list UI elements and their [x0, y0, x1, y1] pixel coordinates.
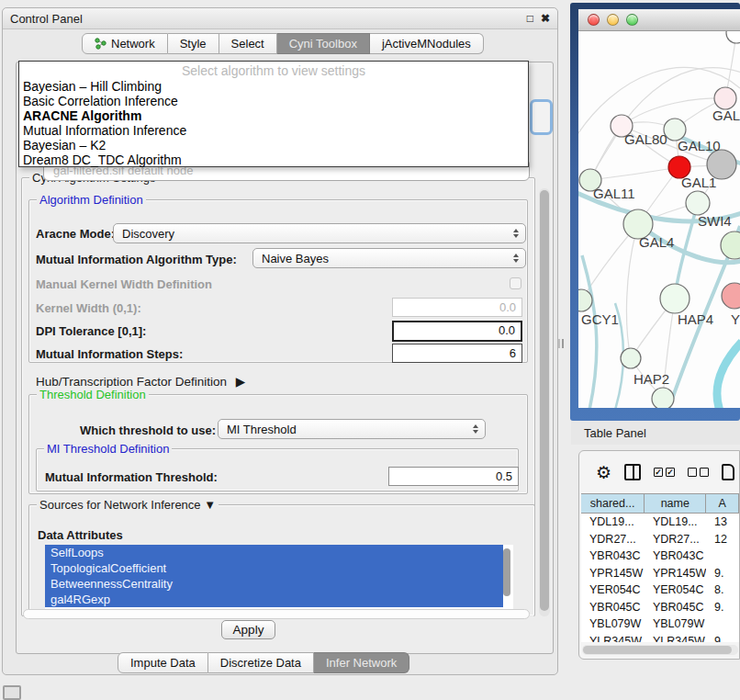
node-unlabeled[interactable]	[726, 31, 740, 43]
algorithm-option[interactable]: Bayesian – K2	[19, 138, 528, 152]
node-label: GAL1	[681, 175, 716, 190]
table-row[interactable]: YBR043CYBR043C	[581, 548, 739, 565]
table-row[interactable]: YPR145WYPR145W9.	[581, 565, 739, 582]
cell: YDL19...	[645, 515, 706, 528]
settings-scrollbar-thumb[interactable]	[540, 190, 549, 611]
cell: 9.	[706, 567, 739, 580]
cell: YPR145W	[581, 567, 645, 580]
tab-network[interactable]: Network	[82, 33, 168, 54]
network-canvas[interactable]: GAL GAL80 GAL10 GAL1 GAL11 SWI4 GAL4 GCY…	[578, 31, 740, 408]
horizontal-scrollbar[interactable]	[23, 609, 530, 619]
mi-threshold-group-title: MI Threshold Definition	[44, 442, 172, 456]
tab-impute-data-label: Impute Data	[130, 656, 196, 670]
network-window-titlebar[interactable]	[578, 9, 740, 31]
cell: YLR345W	[645, 635, 706, 642]
table-row[interactable]: YBL079WYBL079W	[581, 615, 739, 633]
algorithm-option[interactable]: Bayesian – Hill Climbing	[19, 79, 528, 94]
cell: YBL079W	[581, 617, 645, 630]
node-salmon[interactable]	[722, 283, 740, 309]
zoom-traffic-light-icon[interactable]	[626, 14, 638, 26]
tab-style[interactable]: Style	[168, 33, 219, 54]
node-hap4[interactable]	[660, 284, 690, 313]
collapsed-arrow-icon: ▶	[236, 375, 245, 389]
apply-button[interactable]: Apply	[221, 620, 275, 639]
node-hap2[interactable]	[621, 348, 641, 368]
aracne-mode-combo[interactable]: Discovery	[113, 223, 526, 243]
attributes-scrollbar-thumb[interactable]	[503, 548, 510, 596]
table-row[interactable]: YDL19...YDL19...13	[581, 514, 739, 531]
manual-kernel-checkbox[interactable]	[510, 277, 521, 289]
combo-arrows-icon	[473, 424, 478, 434]
control-panel-window: Control Panel □ ✖ Network Style Select C…	[2, 7, 558, 675]
mi-steps-field[interactable]: 6	[392, 344, 522, 363]
panel-title: Control Panel	[10, 12, 83, 26]
tab-select[interactable]: Select	[219, 33, 277, 54]
tab-jactivemnodules[interactable]: jActiveMNodules	[370, 33, 484, 54]
algorithm-option-selected[interactable]: ARACNE Algorithm	[19, 108, 528, 123]
which-threshold-value: MI Threshold	[227, 423, 297, 436]
node-gal-partial[interactable]	[714, 87, 736, 109]
tab-jactivemnodules-label: jActiveMNodules	[382, 37, 471, 51]
float-window-icon[interactable]: □	[527, 13, 533, 24]
tab-cyni-toolbox[interactable]: Cyni Toolbox	[277, 33, 370, 54]
table-horizontal-scrollbar[interactable]	[582, 645, 738, 655]
thick-edge	[717, 342, 740, 408]
settings-scrollbar[interactable]	[539, 188, 550, 616]
column-header-shared-name[interactable]: shared...	[581, 494, 645, 513]
cell: YBR045C	[581, 601, 645, 614]
column-header-clipped[interactable]: A	[706, 494, 739, 513]
sources-group-title[interactable]: Sources for Network Inference ▼	[37, 498, 219, 512]
panel-divider-grip[interactable]	[558, 339, 564, 348]
mi-type-combo[interactable]: Naive Bayes	[252, 248, 526, 268]
cell: YDR27...	[645, 533, 706, 546]
kernel-width-field[interactable]: 0.0	[392, 298, 522, 317]
table-row[interactable]: YLR345WYLR345W9.	[581, 633, 739, 643]
algorithm-combo-fragment[interactable]	[530, 99, 553, 135]
minimize-traffic-light-icon[interactable]	[607, 14, 619, 26]
minimized-panel-icon[interactable]	[3, 685, 21, 700]
tab-infer-network-label: Infer Network	[326, 656, 397, 670]
tab-discretize-data[interactable]: Discretize Data	[208, 652, 314, 673]
mi-threshold-label: Mutual Information Threshold:	[45, 470, 218, 484]
table-hscroll-thumb[interactable]	[583, 646, 732, 654]
network-graph: GAL GAL80 GAL10 GAL1 GAL11 SWI4 GAL4 GCY…	[578, 31, 740, 408]
table-row[interactable]: YER054CYER054C8.	[581, 581, 739, 599]
close-traffic-light-icon[interactable]	[588, 14, 600, 26]
mi-threshold-field[interactable]: 0.5	[388, 467, 519, 486]
attribute-item[interactable]: TopologicalCoefficient	[45, 560, 503, 576]
cell: YPR145W	[645, 567, 706, 580]
column-header-name[interactable]: name	[645, 494, 706, 513]
network-view-window: GAL GAL80 GAL10 GAL1 GAL11 SWI4 GAL4 GCY…	[570, 3, 740, 421]
kernel-width-label: Kernel Width (0,1):	[36, 301, 141, 315]
select-all-icon[interactable]: ✓✓	[654, 468, 675, 477]
node-swi4[interactable]	[686, 191, 710, 215]
hub-definition-toggle[interactable]: Hub/Transcription Factor Definition ▶	[36, 374, 245, 389]
attribute-item[interactable]: SelfLoops	[45, 545, 503, 560]
node-label: GAL80	[624, 131, 667, 147]
new-table-icon[interactable]	[722, 464, 734, 480]
control-panel-tabs: Network Style Select Cyni Toolbox jActiv…	[82, 33, 484, 54]
tab-impute-data[interactable]: Impute Data	[118, 652, 208, 673]
gear-icon[interactable]: ⚙	[596, 464, 611, 481]
close-window-icon[interactable]: ✖	[541, 13, 550, 24]
algorithm-option[interactable]: Mutual Information Inference	[19, 123, 528, 138]
algorithm-option[interactable]: Basic Correlation Inference	[19, 94, 528, 108]
which-threshold-combo[interactable]: MI Threshold	[218, 419, 486, 439]
data-attributes-list[interactable]: SelfLoops TopologicalCoefficient Between…	[45, 545, 513, 610]
tab-cyni-toolbox-label: Cyni Toolbox	[289, 37, 357, 51]
algorithm-dropdown-popup: Select algorithm to view settings Bayesi…	[18, 61, 529, 167]
dpi-tolerance-field[interactable]: 0.0	[392, 321, 522, 342]
columns-icon[interactable]	[624, 464, 641, 480]
algorithm-option[interactable]: Dream8 DC_TDC Algorithm	[19, 152, 528, 167]
table-row[interactable]: YDR27...YDR27...12	[581, 531, 739, 548]
tab-infer-network[interactable]: Infer Network	[314, 652, 409, 673]
table-row[interactable]: YBR045CYBR045C9.	[581, 599, 739, 616]
attribute-item[interactable]: gal4RGexp	[45, 592, 503, 607]
node-green-right[interactable]	[721, 231, 740, 259]
cell: 13	[706, 515, 739, 528]
node-label: GAL10	[678, 138, 721, 153]
attribute-item[interactable]: BetweennessCentrality	[45, 576, 503, 592]
node-bottom[interactable]	[652, 388, 674, 408]
node-label: GAL	[712, 107, 740, 123]
deselect-all-icon[interactable]	[688, 468, 709, 477]
